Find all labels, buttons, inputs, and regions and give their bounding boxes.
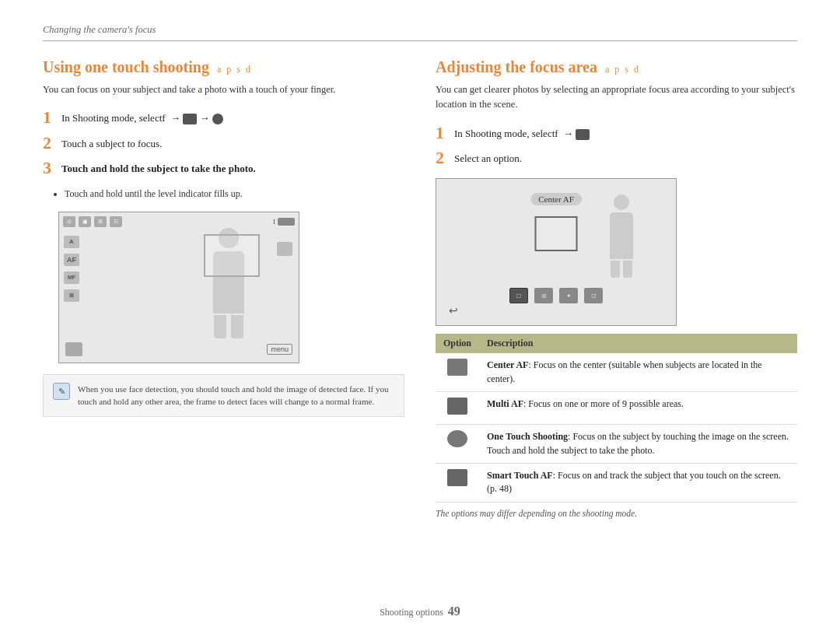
option-icon-cell-2	[436, 391, 479, 424]
cam-icons-left: ⊙ ▣ ⊞ ☷	[63, 216, 122, 227]
focus-icon-1[interactable]: □	[509, 288, 528, 303]
step-2-left: 2 Touch a subject to focus.	[43, 134, 404, 152]
option-icon-cell-3	[436, 425, 479, 464]
focus-person	[610, 194, 633, 278]
step-3-left: 3 Touch and hold the subject to take the…	[43, 159, 404, 177]
cam-icon-2: ▣	[79, 216, 91, 227]
cam-bar	[278, 218, 295, 226]
option-icon-cell-1	[436, 353, 479, 391]
col-description: Description	[479, 334, 797, 353]
cam-right-icons	[277, 242, 292, 256]
cam-left-icon-1: A	[64, 236, 79, 248]
table-row: One Touch Shooting: Focus on the subject…	[436, 425, 797, 464]
cam-frame	[204, 234, 260, 277]
focus-diagram: Center AF □ ⊞ ✦ ⊡ ↩	[436, 178, 677, 326]
left-column: Using one touch shooting a p s d You can…	[43, 58, 404, 592]
page: Changing the camera's focus Using one to…	[0, 0, 840, 634]
cam-top-strip: ⊙ ▣ ⊞ ☷ I	[63, 216, 295, 227]
person-legs	[205, 315, 252, 338]
note-icon: ✎	[53, 383, 70, 400]
desc-cell-3: One Touch Shooting: Focus on the subject…	[479, 425, 797, 464]
cam-left-icons: A AF MF ⊞	[64, 236, 79, 302]
cam-icon-4: ☷	[110, 216, 122, 227]
cam-left-icon-3: MF	[64, 271, 79, 284]
page-header: Changing the camera's focus	[43, 23, 797, 41]
cam-left-icon-2: AF	[64, 254, 79, 266]
fp-head	[614, 194, 629, 210]
step-2-right: 2 Select an option.	[436, 149, 797, 167]
note-bottom: The options may differ depending on the …	[436, 509, 797, 518]
focus-icon-2[interactable]: ⊞	[534, 288, 553, 303]
page-footer: Shooting options 49	[43, 601, 797, 618]
focus-icon-4[interactable]: ⊡	[584, 288, 603, 303]
step-1-left: 1 In Shooting mode, selectf → →	[43, 108, 404, 127]
center-af-icon	[447, 359, 467, 376]
table-row: Multi AF: Focus on one or more of 9 poss…	[436, 391, 797, 424]
camera-screen: ⊙ ▣ ⊞ ☷ I A AF MF ⊞	[58, 212, 299, 363]
desc-cell-2: Multi AF: Focus on one or more of 9 poss…	[479, 391, 797, 424]
desc-cell-4: Smart Touch AF: Focus on and track the s…	[479, 464, 797, 503]
fp-legs	[610, 261, 633, 278]
note-text: When you use face detection, you should …	[78, 383, 394, 408]
breadcrumb: Changing the camera's focus	[43, 24, 156, 35]
cam-menu-text: menu	[267, 344, 292, 355]
content-columns: Using one touch shooting a p s d You can…	[43, 58, 797, 592]
fp-body	[610, 212, 633, 259]
focus-bottom-icons: □ ⊞ ✦ ⊡	[509, 288, 603, 303]
one-touch-icon	[447, 430, 467, 447]
bullet-list: Touch and hold until the level indicator…	[65, 187, 404, 201]
table-header-row: Option Description	[436, 334, 797, 353]
right-section-title: Adjusting the focus area a p s d	[436, 58, 797, 76]
cam-icon-1: ⊙	[63, 216, 75, 227]
cam-icon-3: ⊞	[94, 216, 107, 227]
desc-cell-1: Center AF: Focus on the center (suitable…	[479, 353, 797, 391]
focus-center-label: Center AF	[530, 193, 582, 205]
right-intro: You can get clearer photos by selecting …	[436, 82, 797, 113]
focus-back-icon[interactable]: ↩	[446, 303, 461, 317]
focus-icon-3[interactable]: ✦	[559, 288, 578, 303]
person-leg-right	[231, 315, 243, 338]
left-intro: You can focus on your subject and take a…	[43, 82, 404, 97]
bullet-item: Touch and hold until the level indicator…	[65, 187, 404, 201]
left-section-title: Using one touch shooting a p s d	[43, 58, 404, 76]
cam-icons-right: I	[273, 218, 295, 226]
options-table: Option Description Center AF: Focus on t…	[436, 334, 797, 503]
table-row: Smart Touch AF: Focus on and track the s…	[436, 464, 797, 503]
smart-touch-icon	[447, 469, 467, 486]
focus-center-box	[535, 216, 578, 251]
step-1-right: 1 In Shooting mode, selectf →	[436, 124, 797, 142]
cam-left-icon-4: ⊞	[64, 289, 79, 302]
col-option: Option	[436, 334, 479, 353]
cam-bottom: menu	[65, 342, 292, 356]
right-column: Adjusting the focus area a p s d You can…	[436, 58, 797, 592]
option-icon-cell-4	[436, 464, 479, 503]
table-row: Center AF: Focus on the center (suitable…	[436, 353, 797, 391]
fp-leg-right	[623, 261, 632, 278]
footer-text: Shooting options 49	[380, 607, 460, 618]
cam-bottom-icon	[65, 342, 82, 356]
cam-right-icon-1	[277, 242, 292, 256]
person-leg-left	[214, 315, 226, 338]
fp-leg-left	[611, 261, 620, 278]
multi-af-icon	[447, 398, 467, 415]
note-box: ✎ When you use face detection, you shoul…	[43, 374, 404, 417]
